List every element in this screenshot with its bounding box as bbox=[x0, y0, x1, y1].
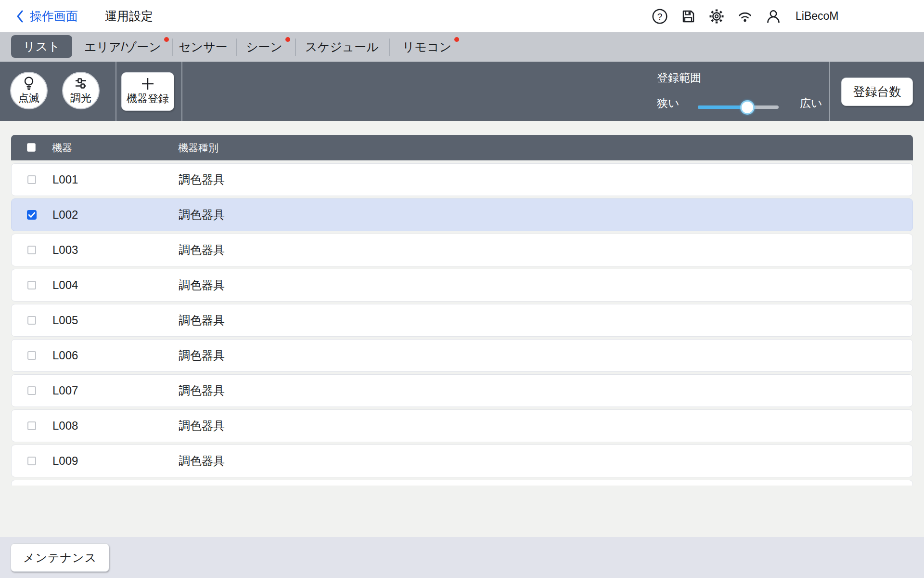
column-header-device-type: 機器種別 bbox=[178, 135, 218, 160]
device-name: L007 bbox=[52, 375, 78, 407]
table-row-partial bbox=[11, 480, 913, 486]
row-checkbox-checked[interactable] bbox=[27, 210, 37, 220]
table-header: 機器 機器種別 bbox=[11, 135, 913, 160]
dimming-button[interactable]: 調光 bbox=[62, 72, 100, 109]
row-checkbox[interactable] bbox=[27, 457, 36, 465]
device-name: L005 bbox=[52, 304, 78, 336]
help-icon[interactable]: ? bbox=[652, 8, 668, 25]
table-row[interactable]: L003 調色器具 bbox=[11, 234, 913, 266]
table-row[interactable]: L001 調色器具 bbox=[11, 163, 913, 196]
row-checkbox[interactable] bbox=[27, 246, 36, 254]
blink-button[interactable]: 点滅 bbox=[10, 72, 48, 109]
tab-schedule-label: スケジュール bbox=[305, 39, 379, 55]
tab-area-zone-label: エリア/ゾーン bbox=[84, 39, 161, 55]
plus-icon bbox=[141, 77, 154, 91]
device-type: 調色器具 bbox=[179, 199, 225, 231]
tab-list-label: リスト bbox=[23, 39, 60, 54]
device-type: 調色器具 bbox=[179, 304, 225, 336]
row-checkbox[interactable] bbox=[27, 421, 36, 430]
device-type: 調色器具 bbox=[179, 164, 225, 196]
wifi-icon bbox=[737, 8, 753, 25]
registered-count-button[interactable]: 登録台数 bbox=[841, 78, 913, 106]
device-type: 調色器具 bbox=[179, 340, 225, 371]
row-checkbox[interactable] bbox=[27, 175, 36, 184]
bottom-bar: メンテナンス bbox=[0, 537, 924, 578]
toolbar-separator bbox=[181, 62, 182, 121]
tab-separator bbox=[389, 39, 390, 56]
row-checkbox[interactable] bbox=[27, 281, 36, 289]
back-button-label: 操作画面 bbox=[30, 8, 78, 24]
page-title: 運用設定 bbox=[105, 0, 153, 32]
table-body: L001 調色器具 L002 調色器具 L003 調色器具 L004 調色器具 bbox=[11, 163, 913, 486]
tab-remote[interactable]: リモコン bbox=[402, 32, 451, 62]
back-button[interactable]: 操作画面 bbox=[16, 0, 78, 32]
table-row[interactable]: L004 調色器具 bbox=[11, 269, 913, 302]
select-all-checkbox[interactable] bbox=[27, 143, 36, 152]
user-icon[interactable] bbox=[765, 8, 782, 25]
tab-schedule[interactable]: スケジュール bbox=[305, 32, 379, 62]
range-narrow-label: 狭い bbox=[657, 96, 680, 111]
top-bar-actions: ? bbox=[652, 0, 838, 32]
device-name: L004 bbox=[52, 269, 78, 301]
tab-remote-label: リモコン bbox=[402, 39, 451, 55]
device-type: 調色器具 bbox=[179, 445, 225, 477]
device-name: L003 bbox=[52, 234, 78, 266]
top-bar: 操作画面 運用設定 ? bbox=[0, 0, 924, 32]
device-type: 調色器具 bbox=[179, 234, 225, 266]
notification-dot bbox=[285, 37, 290, 42]
device-type: 調色器具 bbox=[179, 410, 225, 442]
table-row[interactable]: L009 調色器具 bbox=[11, 445, 913, 477]
table-row[interactable]: L007 調色器具 bbox=[11, 374, 913, 407]
row-checkbox[interactable] bbox=[27, 351, 36, 360]
tab-area-zone[interactable]: エリア/ゾーン bbox=[84, 32, 161, 62]
device-name: L002 bbox=[52, 199, 78, 231]
app-window: 操作画面 運用設定 ? bbox=[0, 0, 924, 578]
tune-sliders-icon bbox=[74, 76, 88, 91]
lightbulb-icon bbox=[22, 76, 36, 91]
toolbar-separator bbox=[116, 62, 116, 121]
register-device-label: 機器登録 bbox=[127, 92, 169, 106]
row-checkbox[interactable] bbox=[27, 386, 36, 395]
content-area: 機器 機器種別 L001 調色器具 L002 調色器具 L003 調色器具 bbox=[0, 121, 924, 537]
maintenance-button-label: メンテナンス bbox=[23, 550, 97, 565]
toolbar: 点滅 調光 機器登録 bbox=[0, 62, 924, 121]
svg-text:?: ? bbox=[657, 12, 663, 22]
table-row[interactable]: L008 調色器具 bbox=[11, 409, 913, 442]
tab-scene-label: シーン bbox=[246, 39, 282, 55]
user-name-label: LiBecoM bbox=[796, 10, 838, 23]
table-row-selected[interactable]: L002 調色器具 bbox=[11, 198, 913, 231]
tab-scene[interactable]: シーン bbox=[246, 32, 282, 62]
notification-dot bbox=[454, 37, 459, 42]
device-name: L001 bbox=[52, 164, 78, 196]
tab-separator bbox=[172, 39, 173, 56]
notification-dot bbox=[164, 37, 169, 42]
dimming-button-label: 調光 bbox=[70, 91, 91, 105]
tab-sensor-label: センサー bbox=[179, 39, 228, 55]
chevron-left-icon bbox=[16, 10, 24, 23]
table-row[interactable]: L006 調色器具 bbox=[11, 339, 913, 372]
slider-thumb[interactable] bbox=[740, 100, 755, 115]
save-icon[interactable] bbox=[680, 8, 696, 25]
registered-count-label: 登録台数 bbox=[853, 84, 901, 100]
row-checkbox[interactable] bbox=[27, 316, 36, 325]
tab-sensor[interactable]: センサー bbox=[179, 32, 228, 62]
device-type: 調色器具 bbox=[179, 375, 225, 407]
tab-bar: リスト エリア/ゾーン センサー シーン スケジュール リモコン bbox=[0, 32, 924, 62]
device-name: L009 bbox=[52, 445, 78, 477]
tab-list[interactable]: リスト bbox=[11, 35, 72, 58]
maintenance-button[interactable]: メンテナンス bbox=[11, 543, 109, 572]
registration-range-slider[interactable] bbox=[698, 100, 779, 115]
tab-separator bbox=[236, 39, 237, 56]
register-device-button[interactable]: 機器登録 bbox=[121, 72, 174, 111]
blink-button-label: 点滅 bbox=[18, 91, 39, 105]
device-name: L008 bbox=[52, 410, 78, 442]
column-header-device: 機器 bbox=[52, 135, 72, 160]
device-name: L006 bbox=[52, 340, 78, 371]
tab-separator bbox=[295, 39, 296, 56]
device-type: 調色器具 bbox=[179, 269, 225, 301]
table-row[interactable]: L005 調色器具 bbox=[11, 304, 913, 337]
registration-range-title: 登録範囲 bbox=[657, 70, 701, 85]
range-wide-label: 広い bbox=[800, 96, 822, 111]
settings-icon[interactable] bbox=[708, 8, 725, 25]
toolbar-separator bbox=[829, 62, 830, 121]
